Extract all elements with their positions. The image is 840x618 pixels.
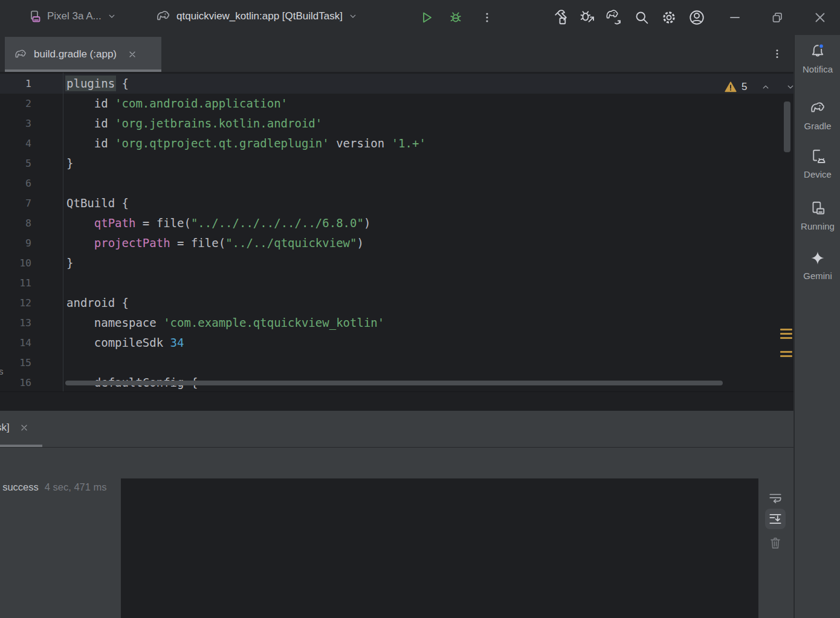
stripe-warning-mark[interactable] [780, 355, 792, 357]
line-number[interactable]: 15 [0, 353, 31, 373]
code-line[interactable]: } [66, 253, 426, 273]
code-token: 'com.example.qtquickview_kotlin' [163, 316, 384, 329]
tab-options-button[interactable] [769, 45, 786, 62]
vertical-scrollbar[interactable] [784, 101, 790, 152]
code-token: 'org.qtproject.qt.gradleplugin' [115, 137, 329, 150]
code-token: { [115, 77, 129, 90]
tool-button-label: Gemini [803, 271, 832, 281]
previous-problem-button[interactable] [757, 79, 774, 95]
tab-close-icon[interactable] [128, 50, 137, 59]
build-panel-tab[interactable]: sk] [0, 422, 29, 434]
running-devices-icon [809, 199, 827, 217]
maximize-button[interactable] [767, 8, 787, 27]
line-number[interactable]: 10 [0, 253, 31, 273]
tool-button-device-manager[interactable]: Device [795, 147, 840, 179]
line-number[interactable]: 8 [0, 213, 31, 233]
tool-button-label: Gradle [804, 121, 831, 131]
code-line[interactable]: namespace 'com.example.qtquickview_kotli… [66, 313, 426, 333]
bug-icon [448, 10, 464, 25]
stripe-warning-mark[interactable] [780, 333, 792, 335]
code-line[interactable]: id 'com.android.application' [66, 94, 426, 114]
line-number[interactable]: 16 [0, 373, 31, 393]
settings-button[interactable] [659, 8, 679, 27]
run-button[interactable] [417, 8, 436, 27]
scroll-to-end-icon [767, 511, 783, 527]
line-number[interactable]: 2 [0, 94, 31, 114]
restore-icon [769, 10, 785, 25]
debug-button[interactable] [446, 8, 465, 27]
gradle-sync-button[interactable] [604, 8, 624, 27]
tool-button-notifications[interactable]: Notifica [795, 42, 840, 74]
minimize-button[interactable] [725, 8, 745, 27]
inspection-widget[interactable]: 5 [724, 76, 799, 98]
stripe-warning-mark[interactable] [780, 351, 792, 353]
tool-button-running-devices[interactable]: Running [795, 199, 840, 231]
line-number[interactable]: 6 [0, 173, 31, 193]
close-window-button[interactable] [810, 8, 830, 27]
code-token: android { [66, 296, 129, 309]
editor-gutter[interactable]: 12345678910111213141516 [0, 74, 31, 393]
account-button[interactable] [687, 8, 706, 27]
code-line[interactable]: id 'org.qtproject.qt.gradleplugin' versi… [66, 134, 426, 153]
build-button[interactable] [551, 8, 570, 27]
code-line[interactable]: compileSdk 34 [66, 333, 426, 353]
code-line[interactable]: plugins { [66, 74, 426, 94]
code-line[interactable]: qtPath = file("../../../../../../6.8.0") [66, 213, 426, 233]
device-manager-icon [809, 147, 827, 166]
tool-button-gemini[interactable]: Gemini [795, 249, 840, 281]
tool-button-label: Notifica [803, 64, 833, 74]
search-everywhere-button[interactable] [632, 8, 651, 27]
line-number[interactable]: 7 [0, 193, 31, 213]
code-line[interactable]: QtBuild { [66, 193, 426, 213]
account-icon [688, 8, 706, 27]
close-icon [812, 10, 828, 25]
code-line[interactable] [66, 273, 426, 293]
clear-console-button[interactable] [765, 533, 786, 553]
build-status-row[interactable]: : success 4 sec, 471 ms [0, 481, 107, 493]
line-number[interactable]: 12 [0, 293, 31, 313]
line-number[interactable]: 13 [0, 313, 31, 333]
editor-tab-build-gradle[interactable]: build.gradle (:app) [5, 37, 161, 72]
warning-icon [724, 80, 737, 94]
code-token [66, 216, 94, 230]
scroll-to-end-button[interactable] [765, 509, 786, 529]
line-number[interactable]: 11 [0, 273, 31, 293]
stripe-warning-mark[interactable] [780, 329, 792, 330]
soft-wrap-button[interactable] [765, 488, 786, 509]
gradle-elephant-icon [809, 99, 827, 117]
code-lines[interactable]: plugins { id 'com.android.application' i… [66, 74, 426, 393]
stripe-warning-mark[interactable] [780, 337, 792, 339]
line-number[interactable]: 9 [0, 233, 31, 253]
code-editor[interactable]: 12345678910111213141516 plugins { id 'co… [0, 72, 793, 411]
device-selector-label: Pixel 3a A... [47, 10, 102, 22]
line-number[interactable]: 4 [0, 134, 31, 153]
code-token: 'org.jetbrains.kotlin.android' [115, 117, 322, 130]
tab-close-icon[interactable] [19, 423, 29, 433]
right-tool-window-strip: Notifica Gradle Device Running G [794, 35, 840, 618]
code-line[interactable] [66, 353, 426, 373]
code-line[interactable]: id 'org.jetbrains.kotlin.android' [66, 114, 426, 134]
build-console[interactable] [121, 478, 758, 618]
tool-button-label: Running [801, 221, 835, 231]
line-number[interactable]: 14 [0, 333, 31, 353]
device-selector[interactable]: Pixel 3a A... [28, 9, 117, 24]
tool-button-gradle[interactable]: Gradle [795, 99, 840, 131]
gear-icon [661, 9, 677, 26]
line-number[interactable]: 5 [0, 153, 31, 173]
attach-debugger-button[interactable] [578, 8, 597, 27]
gradle-file-icon [13, 47, 28, 62]
code-line[interactable]: projectPath = file("../../qtquickview") [66, 233, 426, 253]
line-number[interactable]: 1 [0, 74, 31, 94]
code-token: QtBuild { [66, 196, 129, 210]
line-number[interactable]: 3 [0, 114, 31, 134]
run-configuration-selector[interactable]: qtquickview_kotlin:app [QtBuildTask] [155, 8, 358, 25]
more-actions-button[interactable] [477, 8, 497, 27]
code-line[interactable]: android { [66, 293, 426, 313]
code-token: qtPath [94, 216, 136, 230]
code-token: 34 [170, 336, 184, 349]
code-line[interactable] [66, 173, 426, 193]
build-tab-label: sk] [0, 422, 10, 434]
horizontal-scrollbar[interactable] [65, 381, 723, 385]
title-bar: Pixel 3a A... qtquickview_kotlin:app [Qt… [0, 0, 840, 35]
code-line[interactable]: } [66, 153, 426, 173]
